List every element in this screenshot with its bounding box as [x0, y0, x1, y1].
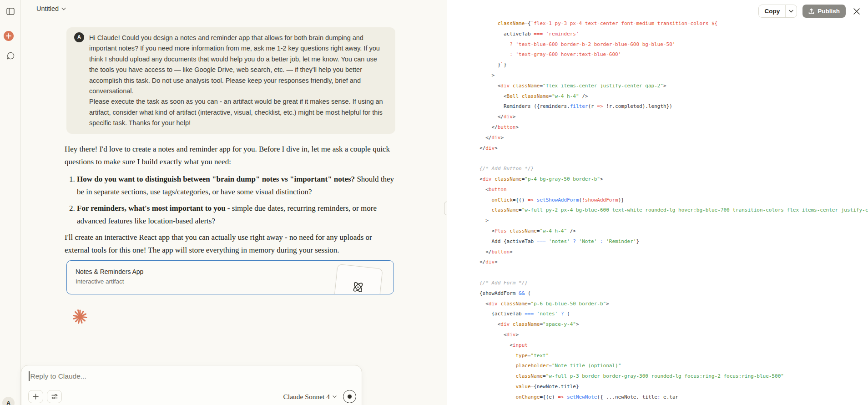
code-line: className="w-full py-2 px-4 bg-blue-600 …	[479, 205, 868, 216]
code-line: : 'text-gray-600 hover:text-blue-600'	[479, 50, 868, 60]
code-line	[479, 153, 868, 164]
code-line: >	[479, 216, 868, 226]
code-line: onClick={() => setShowAddForm(!showAddFo…	[479, 195, 868, 206]
code-line: value={newNote.title}	[479, 382, 868, 392]
code-line: {activeTab === 'notes' ? (	[479, 309, 868, 319]
code-line: onChange={(e) => setNewNote({ ...newNote…	[479, 392, 868, 403]
record-dot-icon	[348, 395, 352, 399]
code-line: {/* Add Form */}	[479, 278, 868, 289]
code-line: </div>	[479, 143, 868, 154]
assistant-intro: Hey there! I'd love to create a notes an…	[65, 143, 396, 168]
code-line: placeholder="Note title (optional)"	[479, 361, 868, 371]
chevron-down-icon	[333, 395, 337, 398]
chats-icon[interactable]	[5, 50, 16, 61]
tools-button[interactable]	[47, 390, 62, 403]
plus-icon	[33, 394, 39, 400]
atom-icon	[349, 278, 366, 294]
sliders-icon	[51, 394, 58, 400]
artifact-card-meta: Notes & Reminders App Interactive artifa…	[76, 268, 143, 285]
code-line: className={`flex-1 py-3 px-4 text-center…	[479, 19, 868, 29]
code-line: <div className="flex items-center justif…	[479, 81, 868, 91]
artifact-subtitle: Interactive artifact	[76, 278, 143, 285]
attach-button[interactable]	[28, 390, 43, 403]
message-thread: A Hi Claude! Could you design a notes an…	[60, 0, 401, 327]
assistant-question: How do you want to distinguish between "…	[77, 173, 396, 198]
code-line: {/* Add Button */}	[479, 164, 868, 174]
code-content[interactable]: className={`flex-1 py-3 px-4 text-center…	[479, 19, 868, 405]
close-icon	[853, 8, 860, 15]
claude-spark-icon	[71, 308, 89, 325]
assistant-response: Hey there! I'd love to create a notes an…	[65, 143, 396, 257]
close-panel-button[interactable]	[851, 6, 862, 17]
assistant-question-list: How do you want to distinguish between "…	[65, 173, 396, 228]
code-line: <button	[479, 185, 868, 195]
code-line: ? 'text-blue-600 border-b-2 border-blue-…	[479, 40, 868, 50]
code-line: activeTab === 'reminders'	[479, 29, 868, 40]
model-selector[interactable]: Claude Sonnet 4	[283, 393, 337, 401]
code-line: className="w-full p-3 border border-gray…	[479, 371, 868, 382]
new-chat-button[interactable]	[4, 31, 14, 41]
artifact-title: Notes & Reminders App	[76, 268, 143, 275]
user-message-bubble: A Hi Claude! Could you design a notes an…	[66, 27, 395, 134]
model-name: Claude Sonnet 4	[283, 393, 330, 401]
sidebar-toggle-icon[interactable]	[5, 6, 16, 17]
code-line: <div className="p-4 bg-gray-50 border-b"…	[479, 174, 868, 185]
code-line: </div>	[479, 112, 868, 122]
code-line: {showAddForm && (	[479, 289, 868, 299]
copy-split-button[interactable]: Copy	[758, 5, 797, 18]
publish-label: Publish	[818, 8, 840, 15]
code-line: <div>	[479, 330, 868, 340]
publish-button[interactable]: Publish	[802, 5, 846, 18]
code-line: </div>	[479, 257, 868, 268]
code-line: <input	[479, 340, 868, 351]
code-line: }`}	[479, 60, 868, 71]
code-line: <Bell className="w-4 h-4" />	[479, 91, 868, 102]
artifact-code-panel: Copy Publish className={`flex-1 py-3 px-…	[447, 0, 868, 405]
chevron-down-icon	[789, 10, 793, 13]
code-line: </button>	[479, 247, 868, 258]
code-line: Reminders ({reminders.filter(r => !r.com…	[479, 101, 868, 112]
artifact-preview-thumbnail	[333, 264, 383, 294]
user-message-paragraph: Hi Claude! Could you design a notes and …	[89, 33, 387, 96]
code-line: <div className="space-y-4">	[479, 319, 868, 330]
user-message-text: Hi Claude! Could you design a notes and …	[89, 33, 387, 129]
left-rail: A	[0, 0, 20, 405]
code-line: <Plus className="w-4 h-4" />	[479, 226, 868, 237]
share-icon	[808, 8, 814, 15]
conversation-title: Untitled	[36, 5, 59, 12]
user-message-avatar: A	[74, 32, 84, 42]
copy-options-button[interactable]	[786, 5, 797, 17]
assistant-outro: I'll create an interactive React app tha…	[65, 231, 396, 257]
artifact-card[interactable]: Notes & Reminders App Interactive artifa…	[66, 260, 394, 294]
copy-button[interactable]: Copy	[759, 5, 785, 17]
composer[interactable]: Reply to Claude... Claude Sonnet 4	[21, 365, 362, 405]
code-line	[479, 268, 868, 278]
code-line: >	[479, 71, 868, 81]
code-line: </button>	[479, 122, 868, 133]
text-caret	[29, 371, 30, 381]
user-message-paragraph: Please execute the task as soon as you c…	[89, 96, 387, 128]
chat-panel: Untitled A Hi Claude! Could you design a…	[21, 0, 447, 405]
code-line: type="text"	[479, 351, 868, 361]
composer-input[interactable]: Reply to Claude...	[30, 372, 86, 380]
code-line: </div>	[479, 133, 868, 143]
assistant-question: For reminders, what's most important to …	[77, 202, 396, 228]
code-line: <div className="p-6 bg-blue-50 border-b"…	[479, 299, 868, 309]
user-avatar[interactable]: A	[2, 397, 15, 405]
code-line: Add {activeTab === 'notes' ? 'Note' : 'R…	[479, 237, 868, 247]
dictate-button[interactable]	[343, 390, 356, 403]
